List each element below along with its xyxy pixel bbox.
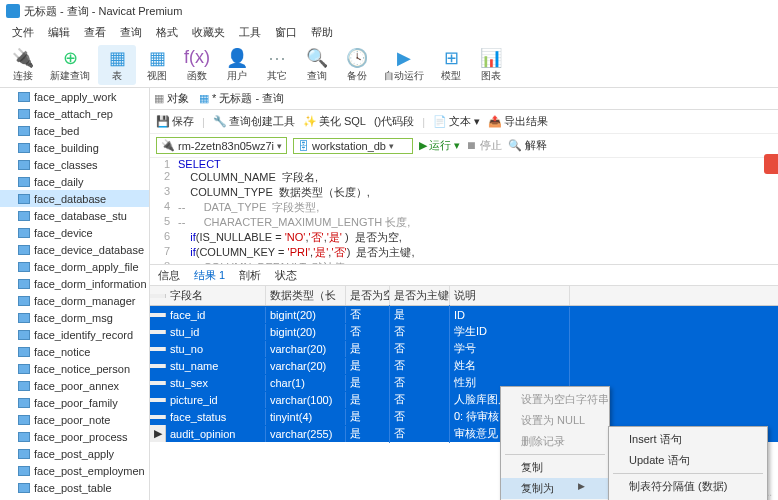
query-builder-button[interactable]: 🔧 查询创建工具: [213, 114, 295, 129]
toolbar-模型[interactable]: ⊞模型: [432, 45, 470, 85]
titlebar: 无标题 - 查询 - Navicat Premium: [0, 0, 778, 22]
tab-objects[interactable]: ▦ 对象: [154, 91, 189, 106]
toolbar-查询[interactable]: 🔍查询: [298, 45, 336, 85]
sidebar-item-face_dorm_manager[interactable]: face_dorm_manager: [0, 292, 149, 309]
sidebar-item-face_dorm_apply_file[interactable]: face_dorm_apply_file: [0, 258, 149, 275]
col-header[interactable]: 是否为空: [346, 286, 390, 305]
schema-select[interactable]: 🗄workstation_db ▾: [293, 138, 413, 154]
beautify-sql-button[interactable]: ✨ 美化 SQL: [303, 114, 366, 129]
connection-select[interactable]: 🔌rm-2zetn83n05wz7i ▾: [156, 137, 287, 154]
sidebar-item-face_database[interactable]: face_database: [0, 190, 149, 207]
sidebar-item-face_device[interactable]: face_device: [0, 224, 149, 241]
context-submenu[interactable]: Insert 语句Update 语句制表符分隔值 (数据)制表符分隔值 (字段名…: [608, 426, 768, 500]
table-icon: [18, 466, 30, 476]
sidebar-item-face_dorm_information[interactable]: face_dorm_information: [0, 275, 149, 292]
table-icon: [18, 177, 30, 187]
menu-编辑[interactable]: 编辑: [42, 23, 76, 42]
menu-item[interactable]: Update 语句: [609, 450, 767, 471]
table-icon: [18, 126, 30, 136]
table-icon: [18, 194, 30, 204]
app-icon: [6, 4, 20, 18]
toolbar-表[interactable]: ▦表: [98, 45, 136, 85]
col-header[interactable]: 数据类型（长: [266, 286, 346, 305]
table-icon: [18, 364, 30, 374]
table-row[interactable]: stu_idbigint(20)否否学生ID: [150, 323, 778, 340]
menu-窗口[interactable]: 窗口: [269, 23, 303, 42]
save-button[interactable]: 💾 保存: [156, 114, 194, 129]
sidebar-item-face_poor_process[interactable]: face_poor_process: [0, 428, 149, 445]
result-tab-结果 1[interactable]: 结果 1: [194, 268, 225, 283]
sidebar-item-face_post_apply[interactable]: face_post_apply: [0, 445, 149, 462]
sidebar-item-face_dorm_msg[interactable]: face_dorm_msg: [0, 309, 149, 326]
menu-查询[interactable]: 查询: [114, 23, 148, 42]
table-row[interactable]: picture_idvarchar(100)是否人脸库图片ID: [150, 391, 778, 408]
table-icon: [18, 245, 30, 255]
sidebar-item-face_daily[interactable]: face_daily: [0, 173, 149, 190]
sql-editor[interactable]: 1SELECT2 COLUMN_NAME 字段名,3 COLUMN_TYPE 数…: [150, 158, 778, 264]
col-header[interactable]: 说明: [450, 286, 570, 305]
toolbar-函数[interactable]: f(x)函数: [178, 45, 216, 85]
sidebar-item-face_notice_person[interactable]: face_notice_person: [0, 360, 149, 377]
sidebar-item-face_attach_rep[interactable]: face_attach_rep: [0, 105, 149, 122]
table-row[interactable]: stu_namevarchar(20)是否姓名: [150, 357, 778, 374]
sidebar-item-face_identify_record[interactable]: face_identify_record: [0, 326, 149, 343]
sidebar-item-face_apply_work[interactable]: face_apply_work: [0, 88, 149, 105]
text-button[interactable]: 📄 文本 ▾: [433, 114, 480, 129]
toolbar-连接[interactable]: 🔌连接: [4, 45, 42, 85]
result-tab-状态[interactable]: 状态: [275, 268, 297, 283]
toolbar-新建查询[interactable]: ⊕新建查询: [44, 45, 96, 85]
sidebar-item-face_post_employmen[interactable]: face_post_employmen: [0, 462, 149, 479]
result-tab-信息[interactable]: 信息: [158, 268, 180, 283]
table-row[interactable]: face_idbigint(20)否是ID: [150, 306, 778, 323]
toolbar-用户[interactable]: 👤用户: [218, 45, 256, 85]
side-badge[interactable]: [764, 154, 778, 174]
table-row[interactable]: stu_sexchar(1)是否性别: [150, 374, 778, 391]
menu-item: 删除记录: [501, 431, 609, 452]
code-snippet-button[interactable]: ()代码段: [374, 114, 414, 129]
table-icon: [18, 279, 30, 289]
context-menu[interactable]: 设置为空白字符串设置为 NULL删除记录复制复制为▶粘贴显示▶: [500, 386, 610, 500]
menu-item[interactable]: 复制: [501, 457, 609, 478]
sidebar-item-face_poor_family[interactable]: face_poor_family: [0, 394, 149, 411]
menu-收藏夹[interactable]: 收藏夹: [186, 23, 231, 42]
col-header[interactable]: 字段名: [166, 286, 266, 305]
toolbar-备份[interactable]: 🕓备份: [338, 45, 376, 85]
toolbar-其它[interactable]: ⋯其它: [258, 45, 296, 85]
menu-item[interactable]: Insert 语句: [609, 429, 767, 450]
explain-button[interactable]: 🔍 解释: [508, 138, 547, 153]
menu-item[interactable]: 制表符分隔值 (数据): [609, 476, 767, 497]
run-button[interactable]: ▶ 运行 ▾: [419, 138, 460, 153]
menu-格式[interactable]: 格式: [150, 23, 184, 42]
table-icon: [18, 143, 30, 153]
stop-button[interactable]: ⏹ 停止: [466, 138, 502, 153]
sidebar-item-face_classes[interactable]: face_classes: [0, 156, 149, 173]
menu-查看[interactable]: 查看: [78, 23, 112, 42]
table-row[interactable]: face_statustinyint(4)是否0: 待审核 1：已通过: [150, 408, 778, 425]
sidebar[interactable]: face_apply_workface_attach_repface_bedfa…: [0, 88, 150, 500]
table-row[interactable]: stu_novarchar(20)是否学号: [150, 340, 778, 357]
menu-帮助[interactable]: 帮助: [305, 23, 339, 42]
menu-文件[interactable]: 文件: [6, 23, 40, 42]
table-icon: [18, 109, 30, 119]
menubar: 文件编辑查看查询格式收藏夹工具窗口帮助: [0, 22, 778, 42]
sidebar-item-face_poor_note[interactable]: face_poor_note: [0, 411, 149, 428]
table-icon: [18, 398, 30, 408]
col-header[interactable]: 是否为主键: [390, 286, 450, 305]
menu-item[interactable]: 复制为▶: [501, 478, 609, 499]
sidebar-item-face_database_stu[interactable]: face_database_stu: [0, 207, 149, 224]
sidebar-item-face_poor_annex[interactable]: face_poor_annex: [0, 377, 149, 394]
sidebar-item-face_notice[interactable]: face_notice: [0, 343, 149, 360]
table-icon: [18, 415, 30, 425]
sidebar-item-face_post_table[interactable]: face_post_table: [0, 479, 149, 496]
toolbar-图表[interactable]: 📊图表: [472, 45, 510, 85]
toolbar-视图[interactable]: ▦视图: [138, 45, 176, 85]
sidebar-item-face_device_database[interactable]: face_device_database: [0, 241, 149, 258]
tab-query[interactable]: ▦ * 无标题 - 查询: [199, 91, 284, 106]
sidebar-item-face_bed[interactable]: face_bed: [0, 122, 149, 139]
result-tab-剖析[interactable]: 剖析: [239, 268, 261, 283]
sidebar-item-face_post_transfer[interactable]: face_post_transfer: [0, 496, 149, 500]
sidebar-item-face_building[interactable]: face_building: [0, 139, 149, 156]
toolbar-自动运行[interactable]: ▶自动运行: [378, 45, 430, 85]
menu-工具[interactable]: 工具: [233, 23, 267, 42]
export-button[interactable]: 📤 导出结果: [488, 114, 548, 129]
